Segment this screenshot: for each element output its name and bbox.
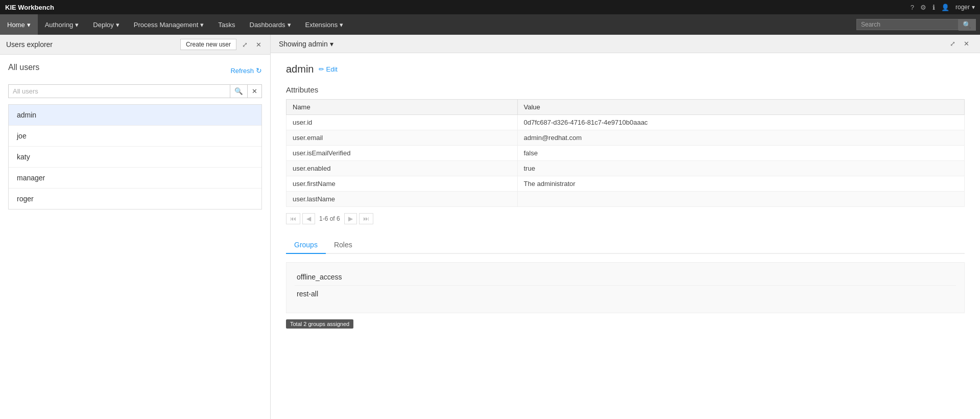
search-input[interactable]: [856, 19, 959, 30]
user-item-katy[interactable]: katy: [9, 147, 261, 168]
attr-name-emailverified: user.isEmailVerified: [286, 146, 518, 161]
nav-home-label: Home: [7, 21, 25, 29]
tab-groups[interactable]: Groups: [286, 237, 326, 254]
user-list: admin joe katy manager roger: [8, 104, 262, 210]
attributes-section: Attributes Name Value user.id 0d7fc687-d…: [286, 85, 965, 224]
attributes-title: Attributes: [286, 85, 965, 94]
user-item-joe[interactable]: joe: [9, 126, 261, 147]
user-icon[interactable]: 👤: [941, 4, 949, 11]
user-search-row: 🔍 ✕: [8, 84, 262, 98]
page-last-button[interactable]: ⏭: [359, 213, 373, 224]
user-menu[interactable]: roger ▾: [955, 4, 975, 11]
nav-item-process-management[interactable]: Process Management ▾: [127, 14, 211, 35]
edit-label: Edit: [326, 65, 337, 73]
create-new-user-button[interactable]: Create new user: [180, 39, 236, 50]
nav-authoring-arrow: ▾: [75, 21, 79, 29]
nav-item-authoring[interactable]: Authoring ▾: [38, 14, 86, 35]
nav-items: Home ▾ Authoring ▾ Deploy ▾ Process Mana…: [0, 14, 852, 35]
user-dropdown-icon: ▾: [972, 4, 975, 11]
list-item: offline_access: [295, 269, 956, 286]
table-row: user.enabled true: [286, 161, 965, 176]
refresh-icon: ↻: [256, 66, 262, 75]
nav-tasks-label: Tasks: [218, 21, 235, 29]
expand-right-panel-button[interactable]: ⤢: [947, 39, 958, 49]
nav-search-area: 🔍: [852, 14, 980, 35]
showing-admin-label[interactable]: Showing admin ▾: [279, 40, 333, 48]
left-panel-actions: Create new user ⤢ ✕: [180, 39, 264, 50]
nav-authoring-label: Authoring: [45, 21, 74, 29]
attr-name-enabled: user.enabled: [286, 161, 518, 176]
page-range: 1-6 of 6: [317, 215, 342, 222]
page-first-button[interactable]: ⏮: [286, 213, 300, 224]
info-icon[interactable]: ℹ: [933, 4, 935, 11]
top-bar-right: ? ⚙ ℹ 👤 roger ▾: [911, 4, 975, 11]
nav-item-deploy[interactable]: Deploy ▾: [86, 14, 126, 35]
right-panel-actions: ⤢ ✕: [947, 39, 972, 49]
close-right-panel-button[interactable]: ✕: [961, 39, 972, 49]
nav-item-tasks[interactable]: Tasks: [211, 14, 242, 35]
left-panel-title: Users explorer: [6, 40, 53, 49]
table-row: user.isEmailVerified false: [286, 146, 965, 161]
left-panel: Users explorer Create new user ⤢ ✕ All u…: [0, 35, 271, 419]
groups-roles-section: Groups Roles offline_access rest-all Tot…: [286, 237, 965, 329]
user-search-clear-button[interactable]: ✕: [248, 84, 262, 98]
help-icon[interactable]: ?: [911, 4, 914, 11]
edit-icon: ✏: [319, 65, 324, 73]
user-label: roger: [955, 4, 970, 11]
attr-col-name: Name: [286, 100, 518, 115]
tabs-row: Groups Roles: [286, 237, 965, 254]
refresh-button[interactable]: Refresh ↻: [230, 66, 262, 75]
search-button[interactable]: 🔍: [959, 19, 976, 31]
table-row: user.lastName: [286, 192, 965, 207]
attr-name-email: user.email: [286, 130, 518, 146]
user-search-input[interactable]: [8, 84, 230, 98]
tab-roles[interactable]: Roles: [326, 237, 361, 254]
close-left-panel-button[interactable]: ✕: [253, 40, 264, 50]
gear-icon[interactable]: ⚙: [920, 4, 926, 11]
right-panel-body: admin ✏ Edit Attributes Name Value: [271, 53, 980, 419]
nav-item-home[interactable]: Home ▾: [0, 14, 38, 35]
list-item: rest-all: [295, 286, 956, 302]
top-bar: KIE Workbench ? ⚙ ℹ 👤 roger ▾: [0, 0, 980, 14]
user-item-admin[interactable]: admin: [9, 105, 261, 126]
left-panel-body: All users Refresh ↻ 🔍 ✕ admin joe katy m…: [0, 55, 270, 419]
attr-name-userid: user.id: [286, 115, 518, 130]
right-panel: Showing admin ▾ ⤢ ✕ admin ✏ Edit Attribu…: [271, 35, 980, 419]
page-prev-button[interactable]: ◀: [302, 213, 315, 224]
user-item-roger[interactable]: roger: [9, 189, 261, 209]
nav-item-extensions[interactable]: Extensions ▾: [298, 14, 351, 35]
all-users-title: All users: [8, 63, 39, 72]
pagination: ⏮ ◀ 1-6 of 6 ▶ ⏭: [286, 213, 965, 224]
edit-user-link[interactable]: ✏ Edit: [319, 65, 337, 73]
table-row: user.email admin@redhat.com: [286, 130, 965, 146]
expand-left-panel-button[interactable]: ⤢: [240, 40, 250, 50]
attr-value-emailverified: false: [517, 146, 965, 161]
nav-process-arrow: ▾: [200, 21, 204, 29]
nav-extensions-label: Extensions: [305, 21, 338, 29]
refresh-label: Refresh: [230, 67, 254, 75]
main-content: Users explorer Create new user ⤢ ✕ All u…: [0, 35, 980, 419]
showing-text: Showing admin: [279, 40, 328, 48]
table-row: user.id 0d7fc687-d326-4716-81c7-4e9710b0…: [286, 115, 965, 130]
right-panel-header: Showing admin ▾ ⤢ ✕: [271, 35, 980, 53]
attr-value-firstname: The administrator: [517, 176, 965, 192]
left-panel-header: Users explorer Create new user ⤢ ✕: [0, 35, 270, 55]
nav-process-label: Process Management: [134, 21, 198, 29]
attributes-table: Name Value user.id 0d7fc687-d326-4716-81…: [286, 99, 965, 207]
attr-value-enabled: true: [517, 161, 965, 176]
nav-extensions-arrow: ▾: [340, 21, 343, 29]
nav-dashboards-arrow: ▾: [288, 21, 291, 29]
showing-dropdown-icon: ▾: [330, 40, 333, 48]
total-groups-badge: Total 2 groups assigned: [286, 319, 353, 329]
user-name-display: admin: [286, 63, 314, 75]
user-search-button[interactable]: 🔍: [230, 84, 248, 98]
attr-value-lastname: [517, 192, 965, 207]
nav-deploy-arrow: ▾: [116, 21, 119, 29]
user-item-manager[interactable]: manager: [9, 168, 261, 189]
table-row: user.firstName The administrator: [286, 176, 965, 192]
nav-item-dashboards[interactable]: Dashboards ▾: [243, 14, 298, 35]
attr-name-firstname: user.firstName: [286, 176, 518, 192]
attr-value-userid: 0d7fc687-d326-4716-81c7-4e9710b0aaac: [517, 115, 965, 130]
nav-deploy-label: Deploy: [93, 21, 113, 29]
page-next-button[interactable]: ▶: [344, 213, 357, 224]
